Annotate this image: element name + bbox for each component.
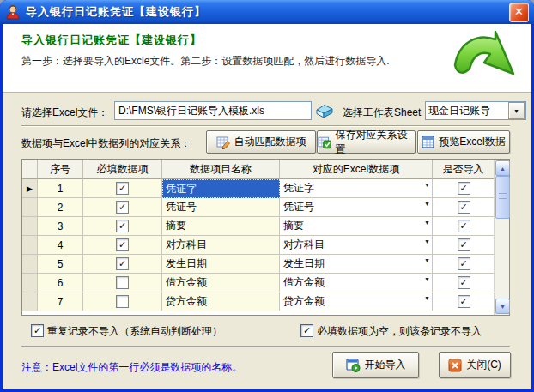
cell-item-name[interactable]: 摘要 xyxy=(162,217,280,236)
cell-excel-item[interactable]: 借方金额▼ xyxy=(280,274,433,292)
divider xyxy=(21,346,510,347)
cell-index[interactable]: 3 xyxy=(38,217,83,236)
scroll-up-icon: ▲ xyxy=(500,166,506,172)
cell-import[interactable]: ✓ xyxy=(433,198,495,217)
cell-dropdown-arrow-icon[interactable]: ▼ xyxy=(424,294,430,303)
cell-dropdown-arrow-icon[interactable]: ▼ xyxy=(424,219,430,227)
required-checkbox[interactable]: ✓ xyxy=(116,238,129,251)
required-checkbox[interactable]: ✓ xyxy=(116,257,129,270)
close-icon: ✕ xyxy=(514,5,524,18)
cell-required[interactable]: ✓ xyxy=(83,179,162,198)
cell-excel-item[interactable]: 贷方金额▼ xyxy=(280,292,433,311)
cell-import[interactable]: ✓ xyxy=(433,179,495,198)
required-checkbox[interactable]: ✓ xyxy=(116,220,129,232)
import-checkbox[interactable]: ✓ xyxy=(458,182,470,195)
preview-table-icon xyxy=(422,136,434,148)
mapping-label: 数据项与Excel中数据列的对应关系： xyxy=(21,136,191,151)
cell-item-name[interactable]: 对方科目 xyxy=(162,236,280,255)
row-selector-cell[interactable]: ▶ xyxy=(22,179,38,198)
cell-index[interactable]: 4 xyxy=(38,236,83,255)
scroll-down-button[interactable]: ▼ xyxy=(495,299,510,314)
import-checkbox[interactable]: ✓ xyxy=(458,220,470,232)
cell-excel-item[interactable]: 对方科目▼ xyxy=(280,236,433,255)
cell-dropdown-arrow-icon[interactable]: ▼ xyxy=(424,275,430,284)
cell-index[interactable]: 7 xyxy=(38,292,83,311)
row-selector-cell[interactable] xyxy=(22,236,38,255)
workbook-icon xyxy=(314,102,335,119)
header-required: 必填数据项 xyxy=(83,160,162,179)
row-selector-cell[interactable] xyxy=(22,198,38,217)
import-checkbox[interactable]: ✓ xyxy=(458,257,470,270)
required-checkbox[interactable]: ✓ xyxy=(116,201,129,214)
header-item-name: 数据项目名称 xyxy=(162,160,280,179)
cell-excel-item[interactable]: 凭证字▼ xyxy=(280,179,433,198)
row-selector-cell[interactable] xyxy=(22,217,38,236)
import-checkbox[interactable]: ✓ xyxy=(458,276,470,289)
sheet-select[interactable]: 现金日记账导 ▼ xyxy=(425,101,526,120)
scroll-up-button[interactable]: ▲ xyxy=(495,160,510,176)
excel-item-value: 凭证字 xyxy=(283,181,314,196)
cell-required[interactable]: ✓ xyxy=(83,255,162,274)
save-mapping-button[interactable]: 保存对应关系设置 xyxy=(317,130,416,154)
row-selector-cell[interactable] xyxy=(22,255,38,274)
cell-import[interactable]: ✓ xyxy=(433,217,495,236)
skip-empty-required-label: 必填数据项为空，则该条记录不导入 xyxy=(317,324,482,339)
table-pencil-icon xyxy=(216,136,230,149)
cell-import[interactable]: ✓ xyxy=(433,236,495,255)
cell-excel-item[interactable]: 摘要▼ xyxy=(280,217,433,236)
cell-required[interactable]: ✓ xyxy=(83,217,162,236)
cell-item-name[interactable]: 发生日期 xyxy=(162,255,280,274)
window-title: 导入银行日记账凭证【建设银行】 xyxy=(26,4,206,20)
cell-import[interactable]: ✓ xyxy=(433,292,495,311)
cell-dropdown-arrow-icon[interactable]: ▼ xyxy=(424,238,430,246)
sheet-dropdown-arrow-icon[interactable]: ▼ xyxy=(508,102,525,119)
mapping-table: 序号 必填数据项 数据项目名称 对应的Excel数据项 是否导入 ▶ 1 ✓ 凭… xyxy=(21,159,510,316)
preview-button[interactable]: 预览Excel数据 xyxy=(417,130,510,154)
skip-duplicates-checkbox[interactable]: ✓ xyxy=(31,324,44,337)
import-checkbox[interactable]: ✓ xyxy=(458,238,470,251)
cell-import[interactable]: ✓ xyxy=(433,274,495,292)
cell-item-name[interactable]: 贷方金额 xyxy=(162,292,280,311)
cell-excel-item[interactable]: 发生日期▼ xyxy=(280,255,433,274)
table-row: ▶ 1 ✓ 凭证字 凭证字▼ ✓ xyxy=(22,179,509,198)
close-window-button[interactable]: ✕ xyxy=(509,3,529,22)
cell-required[interactable] xyxy=(83,274,162,292)
row-selector-cell[interactable] xyxy=(22,274,38,292)
required-checkbox[interactable] xyxy=(116,295,129,308)
cell-dropdown-arrow-icon[interactable]: ▼ xyxy=(424,200,430,208)
cell-required[interactable]: ✓ xyxy=(83,198,162,217)
row-selector-cell[interactable] xyxy=(22,292,38,311)
cell-dropdown-arrow-icon[interactable]: ▼ xyxy=(424,181,430,190)
cell-required[interactable]: ✓ xyxy=(83,236,162,255)
excel-file-input[interactable] xyxy=(114,101,312,120)
required-checkbox[interactable]: ✓ xyxy=(116,182,129,195)
cell-excel-item[interactable]: 凭证号▼ xyxy=(280,198,433,217)
excel-item-value: 凭证号 xyxy=(283,200,314,214)
cell-index[interactable]: 5 xyxy=(38,255,83,274)
import-checkbox[interactable]: ✓ xyxy=(458,295,470,308)
import-checkbox[interactable]: ✓ xyxy=(458,201,470,214)
cell-required[interactable] xyxy=(83,292,162,311)
row-pointer-icon: ▶ xyxy=(27,184,33,193)
cell-index[interactable]: 2 xyxy=(38,198,83,217)
cell-item-name[interactable]: 凭证字 xyxy=(162,179,280,198)
skip-empty-required-checkbox[interactable]: ✓ xyxy=(300,324,313,337)
cell-import[interactable]: ✓ xyxy=(433,255,495,274)
scrollbar-thumb[interactable] xyxy=(495,176,510,219)
cell-item-name[interactable]: 凭证号 xyxy=(162,198,280,217)
scroll-down-icon: ▼ xyxy=(500,304,506,310)
header-selector xyxy=(22,160,38,179)
cell-index[interactable]: 1 xyxy=(38,179,83,198)
required-checkbox[interactable] xyxy=(116,276,129,289)
table-scrollbar[interactable]: ▲ ▼ xyxy=(494,160,509,315)
close-dialog-button[interactable]: 关闭(C) xyxy=(439,352,511,378)
table-row: 2 ✓ 凭证号 凭证号▼ ✓ xyxy=(22,198,509,217)
cell-item-name[interactable]: 借方金额 xyxy=(162,274,280,292)
auto-match-button[interactable]: 自动匹配数据项 xyxy=(206,130,316,154)
cell-dropdown-arrow-icon[interactable]: ▼ xyxy=(424,256,430,265)
start-import-button[interactable]: 开始导入 xyxy=(332,352,419,378)
dialog-body: 导入银行日记账凭证【建设银行】 第一步：选择要导入的Excle文件。第二步：设置… xyxy=(3,24,531,389)
steps-description: 第一步：选择要导入的Excle文件。第二步：设置数据项匹配，然后进行数据导入. xyxy=(21,54,390,69)
cell-index[interactable]: 6 xyxy=(38,274,83,292)
excel-item-value: 摘要 xyxy=(283,219,304,233)
